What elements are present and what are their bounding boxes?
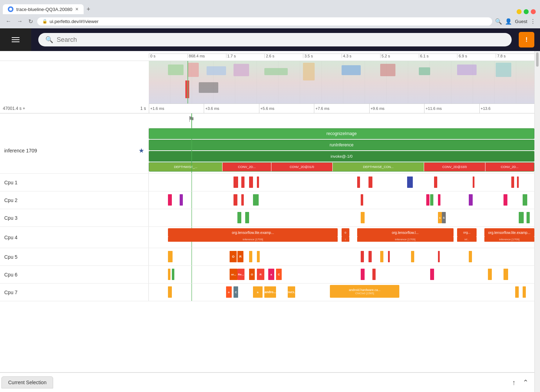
hamburger-menu[interactable]	[0, 28, 31, 51]
cpu1-bar-3[interactable]	[249, 177, 253, 188]
cpu1-bar-1[interactable]	[234, 177, 238, 188]
cpu5-content[interactable]: O R	[149, 248, 534, 265]
mini-map[interactable]	[0, 61, 534, 103]
cpu6-bar-7[interactable]: a	[268, 269, 274, 280]
cpu3-bar-5[interactable]: S	[442, 212, 446, 223]
cpu6-bar-5[interactable]: O	[249, 269, 255, 280]
cpu1-bar-8[interactable]	[434, 177, 437, 188]
cpu1-content[interactable]	[149, 174, 534, 191]
notification-button[interactable]: !	[519, 32, 534, 47]
cpu6-bar-11[interactable]	[430, 269, 434, 280]
refresh-button[interactable]: ↻	[27, 17, 34, 26]
cpu1-bar-10[interactable]	[511, 177, 514, 188]
cpu5-bar-6[interactable]	[361, 251, 364, 262]
cpu1-bar-4[interactable]	[257, 177, 259, 188]
cpu4-band-1[interactable]: org.tensorflow.lite.examp...	[168, 228, 338, 237]
cpu3-content[interactable]: s S	[149, 209, 534, 226]
cpu7-bar-3[interactable]: C	[234, 286, 238, 298]
cpu6-bar-9[interactable]	[361, 269, 365, 280]
op-conv2d-33[interactable]: CONV_2D@33/0	[424, 163, 485, 171]
cpu1-bar-9[interactable]	[473, 177, 474, 188]
cpu6-bar-4[interactable]: Re...	[237, 269, 244, 280]
cpu1-bar-11[interactable]	[517, 177, 519, 188]
cpu4-content[interactable]: org.tensorflow.lite.examp... inference […	[149, 227, 534, 248]
op-conv2d-1[interactable]: CONV_2D...	[223, 163, 271, 171]
account-button[interactable]: 👤	[505, 18, 512, 25]
cpu6-bar-6[interactable]: R	[257, 269, 265, 280]
cpu7-bar-5[interactable]: andro...	[264, 286, 276, 298]
invoke-band[interactable]: invoke@-1/0	[149, 151, 534, 162]
cpu5-bar-7[interactable]	[369, 251, 372, 262]
inference-track-content[interactable]: recognizeImage runInference invoke@-1/0	[149, 128, 534, 173]
scrollbar-thumb[interactable]	[536, 52, 539, 67]
cpu5-bar-3[interactable]: R	[237, 251, 243, 262]
search-input[interactable]	[57, 36, 505, 44]
cpu6-bar-2[interactable]	[172, 269, 174, 280]
cpu7-bar-1[interactable]	[168, 286, 172, 298]
cpu2-bar-11[interactable]	[504, 194, 507, 206]
cpu3-bar-6[interactable]	[519, 212, 523, 223]
cpu7-bar-2[interactable]: o	[226, 286, 232, 298]
cpu2-bar-8[interactable]	[430, 194, 433, 206]
cpu2-bar-4[interactable]	[241, 194, 244, 206]
active-tab[interactable]: trace-blueline-QQ3A.20080 ✕	[3, 4, 84, 14]
mini-map-canvas[interactable]	[149, 61, 534, 103]
cpu3-bar-3[interactable]	[361, 212, 365, 223]
cpu5-bar-10[interactable]	[411, 251, 414, 262]
cpu1-bar-2[interactable]	[241, 177, 244, 188]
close-button[interactable]	[531, 9, 536, 14]
cpu6-bar-1[interactable]	[168, 269, 170, 280]
restore-button[interactable]	[524, 9, 529, 14]
cpu5-bar-5[interactable]	[257, 251, 260, 262]
minimize-button[interactable]	[517, 9, 522, 14]
current-selection-tab[interactable]: Current Selection	[1, 376, 53, 388]
cpu5-bar-9[interactable]	[388, 251, 390, 262]
cpu5-bar-12[interactable]	[469, 251, 472, 262]
cpu6-bar-8[interactable]: C	[276, 269, 282, 280]
chevron-up-button[interactable]: ⌃	[520, 377, 531, 388]
back-button[interactable]: ←	[4, 17, 13, 26]
tab-close-button[interactable]: ✕	[75, 7, 79, 12]
cpu2-bar-12[interactable]	[523, 194, 527, 206]
cpu7-bar-6[interactable]: ChiCt...	[288, 286, 296, 298]
cpu1-bar-5[interactable]	[357, 177, 360, 188]
cpu4-band-3[interactable]: org...	[457, 228, 476, 237]
cpu2-bar-1[interactable]	[168, 194, 172, 206]
cpu3-bar-1[interactable]	[237, 212, 241, 223]
cpu4-band-2[interactable]: org.tensorflow.l...	[357, 228, 454, 237]
cpu1-bar-6[interactable]	[369, 177, 372, 188]
ops-row[interactable]: DEPTHWISE_... CONV_2D... CONV_2D@31/0 DE…	[149, 162, 534, 172]
cpu7-content[interactable]: o C a andro... android.hardware.ca... Ch…	[149, 284, 534, 301]
cpu5-bar-4[interactable]	[249, 251, 252, 262]
cpu5-bar-1[interactable]	[168, 251, 173, 262]
url-bar[interactable]: 🔒 ui.perfetto.dev/#!/viewer	[37, 17, 492, 26]
cpu2-bar-3[interactable]	[234, 194, 237, 206]
cpu1-bar-7[interactable]	[407, 177, 413, 188]
op-conv2d-last[interactable]: CONV_2D...	[485, 163, 534, 171]
cpu2-bar-10[interactable]	[469, 194, 473, 206]
cpu4-band-4[interactable]: org.tensorflow.lite.examp...	[484, 228, 534, 237]
cpu4-band-gap1[interactable]: o	[342, 228, 349, 237]
cpu2-bar-7[interactable]	[426, 194, 429, 206]
cpu3-bar-7[interactable]	[527, 212, 530, 223]
cpu2-bar-6[interactable]	[361, 194, 363, 206]
cpu7-android-band[interactable]: android.hardware.ca... ChiCtx0 [1565]	[330, 285, 399, 298]
cpu6-bar-3[interactable]: or...	[230, 269, 237, 280]
cpu7-bar-7[interactable]	[515, 286, 519, 298]
zoom-button[interactable]: 🔍	[495, 18, 502, 25]
cpu2-bar-2[interactable]	[180, 194, 183, 206]
cpu5-bar-11[interactable]	[438, 251, 440, 262]
cpu2-bar-5[interactable]	[253, 194, 259, 206]
new-tab-button[interactable]: +	[84, 6, 93, 13]
inference-star-icon[interactable]: ★	[139, 147, 144, 155]
cpu6-bar-10[interactable]	[372, 269, 376, 280]
cpu6-bar-13[interactable]	[504, 269, 508, 280]
cpu5-bar-2[interactable]: O	[230, 251, 237, 262]
cpu3-bar-4[interactable]: s	[438, 212, 442, 223]
cpu2-content[interactable]	[149, 191, 534, 209]
run-inference-band[interactable]: runInference	[149, 140, 534, 150]
tracks-container[interactable]: inference 1709 ★ recognizeImage runInfer…	[0, 128, 534, 372]
recognize-image-band[interactable]: recognizeImage	[149, 128, 534, 139]
cpu3-bar-2[interactable]	[245, 212, 249, 223]
cpu6-bar-12[interactable]	[488, 269, 492, 280]
